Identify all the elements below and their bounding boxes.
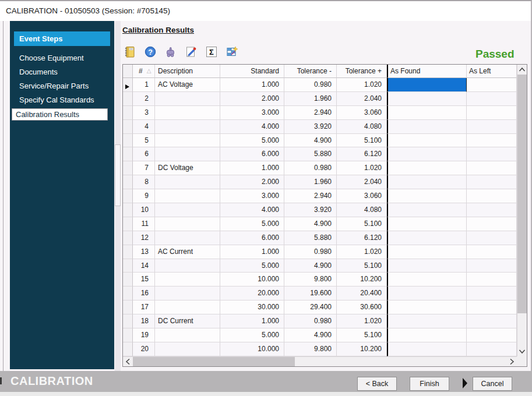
connect-plug-button[interactable]	[164, 44, 178, 59]
cell-as-found[interactable]	[387, 147, 467, 161]
cell-as-found[interactable]	[387, 314, 467, 328]
row-selector[interactable]	[123, 134, 133, 148]
row-selector[interactable]	[123, 231, 133, 245]
cell-tol-minus[interactable]: 4.900	[284, 134, 337, 148]
cell-tol-plus[interactable]: 5.100	[337, 217, 387, 231]
cell-as-left[interactable]	[467, 245, 517, 259]
cell-tol-plus[interactable]: 6.120	[337, 147, 387, 161]
cell-description[interactable]	[155, 189, 220, 203]
cell-as-left[interactable]	[467, 161, 517, 175]
cell-as-left[interactable]	[467, 314, 517, 328]
row-selector[interactable]	[123, 245, 133, 259]
cancel-button[interactable]: Cancel	[473, 377, 512, 391]
cell-tol-minus[interactable]: 4.900	[284, 328, 337, 342]
cell-standard[interactable]: 1.000	[220, 161, 284, 175]
cell-tol-minus[interactable]: 4.900	[284, 259, 337, 273]
cell-tol-minus[interactable]: 5.880	[284, 231, 337, 245]
scroll-up-arrow-icon[interactable]	[517, 65, 527, 75]
cell-num[interactable]: 16	[133, 287, 155, 300]
cell-tol-plus[interactable]: 5.100	[337, 328, 387, 342]
cell-standard[interactable]: 20.000	[220, 287, 284, 300]
row-selector-header[interactable]	[123, 65, 133, 78]
row-selector[interactable]	[123, 92, 133, 106]
cell-tol-plus[interactable]: 10.200	[337, 273, 387, 287]
cell-as-left[interactable]	[467, 175, 517, 189]
cell-as-left[interactable]	[467, 147, 517, 161]
cell-tol-plus[interactable]: 3.060	[337, 189, 387, 203]
row-selector[interactable]	[123, 78, 133, 92]
cell-as-found[interactable]	[387, 217, 467, 231]
cell-as-left[interactable]	[467, 203, 517, 217]
cell-tol-plus[interactable]: 1.020	[337, 314, 387, 328]
cell-standard[interactable]: 5.000	[220, 134, 284, 148]
cell-tol-minus[interactable]: 19.600	[284, 287, 337, 300]
column-header-as-found[interactable]: As Found	[387, 65, 467, 78]
row-selector[interactable]	[123, 147, 133, 161]
row-selector[interactable]	[123, 273, 133, 287]
cell-as-found[interactable]	[387, 78, 467, 92]
finish-split-arrow-icon[interactable]	[463, 378, 467, 388]
cell-tol-plus[interactable]: 6.120	[337, 231, 387, 245]
cell-num[interactable]: 14	[133, 259, 155, 273]
cell-description[interactable]	[155, 134, 220, 148]
cell-description[interactable]	[155, 273, 220, 287]
cell-tol-plus[interactable]: 30.600	[337, 300, 387, 314]
cell-description[interactable]	[155, 287, 220, 300]
sidebar-step-calibration-results[interactable]: Calibration Results	[12, 108, 108, 121]
cell-as-found[interactable]	[387, 328, 467, 342]
sidebar-step-documents[interactable]: Documents	[14, 65, 108, 79]
column-header-as-left[interactable]: As Left	[467, 65, 517, 78]
cell-tol-plus[interactable]: 5.100	[337, 259, 387, 273]
cell-description[interactable]	[155, 147, 220, 161]
panel-scrollbar[interactable]	[115, 21, 121, 371]
cell-num[interactable]: 1	[133, 78, 155, 92]
cell-tol-minus[interactable]: 2.940	[284, 106, 337, 120]
cell-tol-plus[interactable]: 5.100	[337, 134, 387, 148]
cell-as-left[interactable]	[467, 106, 517, 120]
cell-as-found[interactable]	[387, 245, 467, 259]
cell-description[interactable]	[155, 203, 220, 217]
cell-num[interactable]: 19	[133, 328, 155, 342]
cell-num[interactable]: 6	[133, 147, 155, 161]
column-header-tolerance-[interactable]: Tolerance +	[337, 65, 387, 78]
cell-as-found[interactable]	[387, 106, 467, 120]
column-header-standard[interactable]: Standard	[220, 65, 284, 78]
cell-standard[interactable]: 1.000	[220, 314, 284, 328]
cell-as-found[interactable]	[387, 287, 467, 300]
cell-tol-minus[interactable]: 1.960	[284, 92, 337, 106]
cell-as-found[interactable]	[387, 273, 467, 287]
cell-tol-plus[interactable]: 2.040	[337, 92, 387, 106]
cell-as-found[interactable]	[387, 92, 467, 106]
cell-num[interactable]: 11	[133, 217, 155, 231]
cell-description[interactable]: DC Current	[155, 314, 220, 328]
column-header--[interactable]: #△	[133, 65, 155, 78]
cell-num[interactable]: 3	[133, 106, 155, 120]
cell-description[interactable]	[155, 231, 220, 245]
sidebar-step-service-repair-parts[interactable]: Service/Repair Parts	[14, 79, 108, 93]
cell-tol-plus[interactable]: 10.200	[337, 342, 387, 356]
finish-button[interactable]: Finish	[410, 377, 449, 391]
cell-as-left[interactable]	[467, 78, 517, 92]
cell-description[interactable]	[155, 342, 220, 356]
grid-vertical-scrollbar[interactable]	[517, 65, 527, 356]
cell-standard[interactable]: 6.000	[220, 147, 284, 161]
scroll-right-arrow-icon[interactable]	[507, 357, 517, 366]
cell-description[interactable]	[155, 106, 220, 120]
row-selector[interactable]	[123, 342, 133, 356]
cell-tol-minus[interactable]: 2.940	[284, 189, 337, 203]
row-selector[interactable]	[123, 314, 133, 328]
cell-tol-minus[interactable]: 9.800	[284, 342, 337, 356]
row-selector[interactable]	[123, 259, 133, 273]
cell-num[interactable]: 18	[133, 314, 155, 328]
cell-num[interactable]: 17	[133, 300, 155, 314]
edit-button[interactable]	[184, 44, 198, 59]
cell-description[interactable]	[155, 120, 220, 134]
cell-num[interactable]: 4	[133, 120, 155, 134]
cell-as-found[interactable]	[387, 161, 467, 175]
cell-as-found[interactable]	[387, 175, 467, 189]
cell-as-left[interactable]	[467, 342, 517, 356]
back-button[interactable]: < Back	[357, 377, 397, 391]
cell-num[interactable]: 9	[133, 189, 155, 203]
statistics-button[interactable]: Σ	[205, 44, 219, 59]
cell-as-left[interactable]	[467, 328, 517, 342]
